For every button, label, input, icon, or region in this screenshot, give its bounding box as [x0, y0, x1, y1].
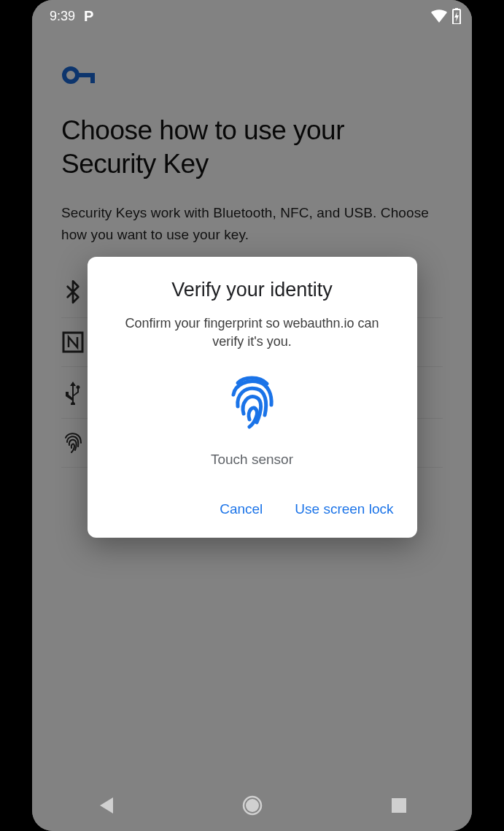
recents-button[interactable]: [366, 797, 432, 813]
svg-rect-8: [392, 798, 406, 813]
svg-rect-5: [455, 8, 458, 9]
wifi-icon: [431, 9, 447, 23]
fingerprint-icon: [106, 373, 398, 430]
cancel-button[interactable]: Cancel: [217, 495, 265, 523]
svg-point-7: [246, 799, 259, 812]
verify-identity-dialog: Verify your identity Confirm your finger…: [88, 257, 417, 538]
status-time: 9:39: [50, 9, 75, 24]
status-bar: 9:39 P: [32, 0, 472, 32]
battery-charging-icon: [451, 8, 462, 24]
dialog-body: Confirm your fingerprint so webauthn.io …: [106, 314, 398, 351]
android-p-icon: P: [84, 8, 93, 25]
navigation-bar: [32, 780, 472, 831]
dialog-actions: Cancel Use screen lock: [106, 495, 398, 523]
back-button[interactable]: [73, 796, 139, 815]
home-button[interactable]: [220, 795, 285, 816]
dialog-title: Verify your identity: [106, 279, 398, 301]
device-frame: Choose how to use your Security Key Secu…: [0, 0, 504, 831]
touch-sensor-text: Touch sensor: [106, 452, 398, 468]
use-screen-lock-button[interactable]: Use screen lock: [292, 495, 396, 523]
screen: Choose how to use your Security Key Secu…: [32, 0, 472, 831]
